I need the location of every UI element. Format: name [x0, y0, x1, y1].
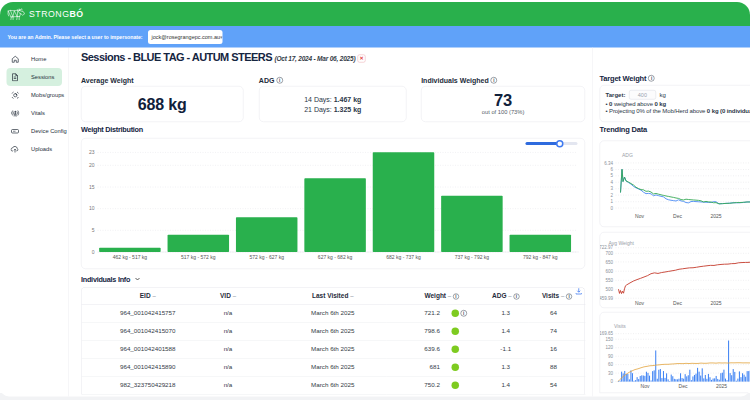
- svg-text:10: 10: [89, 205, 95, 211]
- svg-text:Dec: Dec: [673, 300, 682, 306]
- svg-text:572 kg - 627 kg: 572 kg - 627 kg: [249, 254, 284, 260]
- svg-text:600: 600: [605, 269, 613, 274]
- svg-text:2025: 2025: [710, 300, 721, 306]
- svg-text:0: 0: [610, 206, 613, 211]
- svg-text:500: 500: [605, 287, 613, 292]
- svg-text:5: 5: [610, 173, 613, 178]
- svg-text:550: 550: [605, 278, 613, 283]
- svg-text:700: 700: [605, 251, 613, 256]
- svg-text:Nov: Nov: [635, 300, 644, 306]
- svg-text:6.34: 6.34: [604, 161, 613, 166]
- svg-text:Dec: Dec: [679, 383, 688, 389]
- svg-text:6: 6: [610, 167, 613, 172]
- svg-text:627 kg - 682 kg: 627 kg - 682 kg: [318, 254, 353, 260]
- svg-text:169.65: 169.65: [600, 331, 613, 336]
- svg-text:Visits: Visits: [614, 323, 626, 329]
- svg-text:60: 60: [608, 362, 614, 367]
- svg-text:462 kg - 517 kg: 462 kg - 517 kg: [113, 254, 148, 260]
- svg-text:737 kg - 792 kg: 737 kg - 792 kg: [455, 254, 490, 260]
- svg-text:4: 4: [610, 180, 613, 185]
- svg-text:90: 90: [608, 354, 614, 359]
- svg-text:1: 1: [610, 199, 613, 204]
- svg-text:0: 0: [610, 379, 613, 384]
- svg-text:120: 120: [605, 345, 613, 350]
- svg-text:Nov: Nov: [641, 383, 650, 389]
- svg-text:2025: 2025: [710, 213, 721, 219]
- svg-text:722.97: 722.97: [600, 245, 613, 250]
- svg-text:650: 650: [605, 260, 613, 265]
- svg-text:Dec: Dec: [673, 213, 682, 219]
- svg-text:517 kg - 572 kg: 517 kg - 572 kg: [181, 254, 216, 260]
- svg-text:30: 30: [608, 371, 614, 376]
- svg-text:20: 20: [89, 162, 95, 168]
- svg-text:15: 15: [89, 184, 95, 190]
- svg-text:3: 3: [610, 186, 613, 191]
- svg-text:2025: 2025: [716, 383, 727, 389]
- svg-text:792 kg - 847 kg: 792 kg - 847 kg: [523, 254, 558, 260]
- svg-text:2: 2: [610, 193, 613, 198]
- svg-text:150: 150: [605, 337, 613, 342]
- svg-text:459.99: 459.99: [600, 296, 613, 301]
- svg-text:682 kg - 737 kg: 682 kg - 737 kg: [386, 254, 421, 260]
- svg-text:5: 5: [92, 227, 95, 233]
- svg-text:0: 0: [92, 249, 95, 255]
- svg-text:Nov: Nov: [635, 213, 644, 219]
- svg-text:ADG: ADG: [622, 152, 633, 158]
- svg-text:23: 23: [89, 149, 95, 155]
